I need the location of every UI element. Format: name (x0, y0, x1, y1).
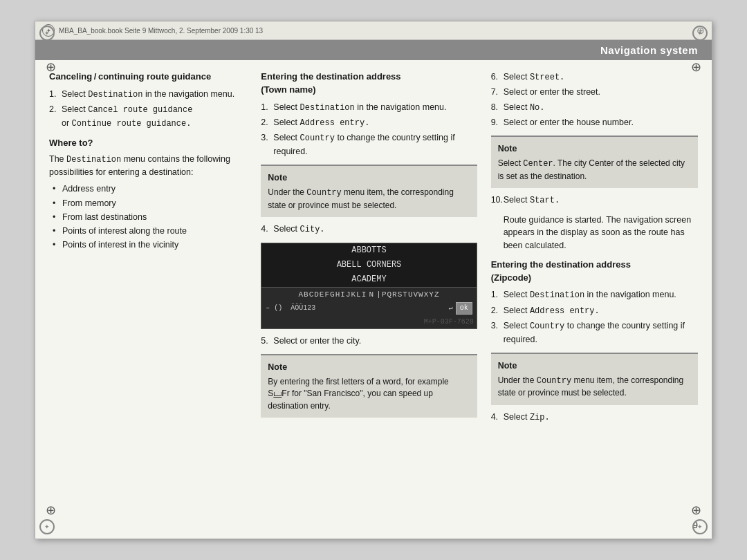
note-text4: Under the Country menu item, the corresp… (498, 375, 691, 400)
list-item: 2. Select Cancel route guidance or Conti… (49, 103, 247, 130)
list-item: 9. Select or enter the house number. (491, 116, 698, 129)
code-country2: Country (530, 321, 564, 331)
mid-note2: Note By entering the first letters of a … (261, 354, 477, 418)
code-dest-mid1: Destination (300, 103, 355, 113)
list-item: 2. Select Address entry. (261, 116, 477, 129)
code-addr-entry: Address entry. (300, 118, 370, 128)
corner-crosshair-br: ⊕ (691, 503, 701, 518)
list-item: 1. Select Destination in the navigation … (261, 101, 477, 114)
page: ✦ MBA_BA_book.book Seite 9 Mittwoch, 2. … (35, 21, 712, 539)
code-country-note: Country (306, 188, 341, 198)
list-item: 10. Select Start. (491, 194, 698, 207)
code-destination2: Destination (66, 155, 121, 165)
code-country3: Country (537, 376, 571, 386)
keyboard-row1: ABCDEFGHIJKLI N |PQRSTUVWXYZ (266, 290, 472, 301)
corner-crosshair-tr: ⊕ (691, 59, 701, 75)
list-item: 4. Select Zip. (491, 411, 698, 424)
mid-step5: 5. Select or enter the city. (261, 335, 477, 347)
list-item: 7. Select or enter the street. (491, 86, 698, 98)
right-step4: 4. Select Zip. (491, 411, 698, 424)
mid-step4: 4. Select City. (261, 223, 477, 236)
corner-crosshair-tl: ⊕ (46, 59, 56, 75)
note-title: Note (268, 171, 470, 184)
list-item: From memory (53, 197, 247, 209)
note-title2: Note (268, 361, 470, 373)
section-title: Navigation system (600, 44, 698, 56)
code-addr2: Address entry. (530, 306, 600, 316)
left-steps: 1. Select Destination in the navigation … (49, 88, 247, 130)
code-country1: Country (300, 133, 335, 143)
ok-button[interactable]: ok (456, 302, 472, 315)
corner-crosshair-bl: ⊕ (46, 503, 56, 518)
note-title3: Note (498, 142, 691, 155)
note-text: Under the Country menu item, the corresp… (268, 187, 470, 212)
list-item: 5. Select or enter the city. (261, 335, 477, 347)
code-street: Street. (530, 73, 564, 82)
code-destination: Destination (88, 90, 142, 100)
step10-desc: Route guidance is started. The navigatio… (504, 214, 698, 251)
code-zip: Zip. (530, 413, 550, 422)
corner-circle-bl: ✦ (39, 519, 55, 534)
code-dest-right: Destination (530, 290, 584, 300)
code-start: Start. (530, 196, 560, 205)
right-steps-top: 6. Select Street. 7. Select or enter the… (491, 71, 698, 129)
list-item: 6. Select Street. (491, 71, 698, 84)
note-text3: Select Center. The city Center of the se… (498, 158, 691, 183)
file-info: MBA_BA_book.book Seite 9 Mittwoch, 2. Se… (59, 27, 263, 35)
right-step10: 10. Select Start. (491, 194, 698, 207)
list-item: ABBOTTS (261, 243, 476, 258)
corner-circle-br: ✦ (692, 519, 708, 534)
code-cancel: Cancel route guidance (88, 105, 192, 115)
right-note2: Note Under the Country menu item, the co… (491, 353, 698, 405)
code-continue: Continue route guidance. (72, 119, 192, 129)
main-content: Canceling / continuing route guidance 1.… (35, 60, 712, 529)
note-title4: Note (498, 360, 691, 372)
mid-section-title: Entering the destination address (Town n… (261, 71, 477, 97)
screen-display: ABBOTTS ABELL CORNERS ACADEMY ABCDEFGHIJ… (261, 243, 477, 328)
right-section2-title: Entering the destination address (Zipcod… (491, 259, 698, 285)
mid-note1: Note Under the Country menu item, the co… (261, 165, 477, 217)
list-item: Address entry (53, 183, 247, 195)
where-to-title: Where to? (49, 137, 247, 150)
corner-circle-tl: ✦ (39, 26, 55, 41)
mid-steps: 1. Select Destination in the navigation … (261, 101, 477, 158)
top-bar: ✦ MBA_BA_book.book Seite 9 Mittwoch, 2. … (35, 21, 712, 40)
where-to-para: The Destination menu contains the follow… (49, 153, 247, 179)
note-text2: By entering the first letters of a word,… (268, 376, 470, 412)
corner-circle-tr: ✦ (692, 26, 708, 41)
right-steps-bottom: 1. Select Destination in the navigation … (491, 288, 698, 345)
right-note1: Note Select Center. The city Center of t… (491, 136, 698, 188)
code-center: Center (523, 159, 553, 169)
screen-keyboard: ABCDEFGHIJKLI N |PQRSTUVWXYZ – () ÄÖÜ123… (261, 287, 476, 317)
list-item: 4. Select City. (261, 223, 477, 236)
list-item: 1. Select Destination in the navigation … (491, 288, 698, 301)
list-item: 3. Select Country to change the country … (261, 131, 477, 158)
list-item: 1. Select Destination in the navigation … (49, 88, 247, 101)
list-item: Points of interest in the vicinity (53, 239, 247, 251)
bullet-list: Address entry From memory From last dest… (53, 183, 247, 251)
list-item: 8. Select No. (491, 101, 698, 114)
list-item: Points of interest along the route (53, 225, 247, 237)
list-item: From last destinations (53, 211, 247, 223)
col-mid: Entering the destination address (Town n… (261, 71, 477, 519)
screen-caption: M+P-03F-7628 (261, 317, 476, 328)
keyboard-row2: – () ÄÖÜ123 ↵ ok (266, 302, 472, 315)
code-city: City. (300, 225, 325, 234)
code-no: No. (530, 103, 545, 113)
left-section-title: Canceling / continuing route guidance (49, 71, 247, 84)
list-item: ACADEMY (261, 272, 476, 287)
list-item: 3. Select Country to change the country … (491, 319, 698, 346)
screen-list: ABBOTTS ABELL CORNERS ACADEMY (261, 243, 476, 286)
col-right: 6. Select Street. 7. Select or enter the… (491, 71, 698, 519)
list-item: ABELL CORNERS (261, 258, 476, 272)
list-item: 2. Select Address entry. (491, 304, 698, 317)
col-left: Canceling / continuing route guidance 1.… (49, 71, 247, 519)
section-header: Navigation system (35, 40, 712, 60)
